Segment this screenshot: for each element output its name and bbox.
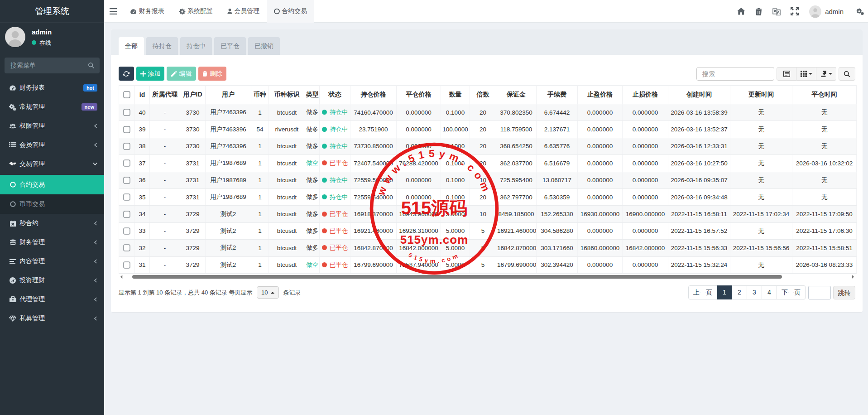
svg-text:515ym.com: 515ym.com bbox=[400, 233, 469, 246]
svg-text:515ym.com: 515ym.com bbox=[408, 251, 461, 264]
svg-text:515源码: 515源码 bbox=[401, 198, 468, 218]
svg-text:www.515ym.com: www.515ym.com bbox=[375, 148, 494, 198]
